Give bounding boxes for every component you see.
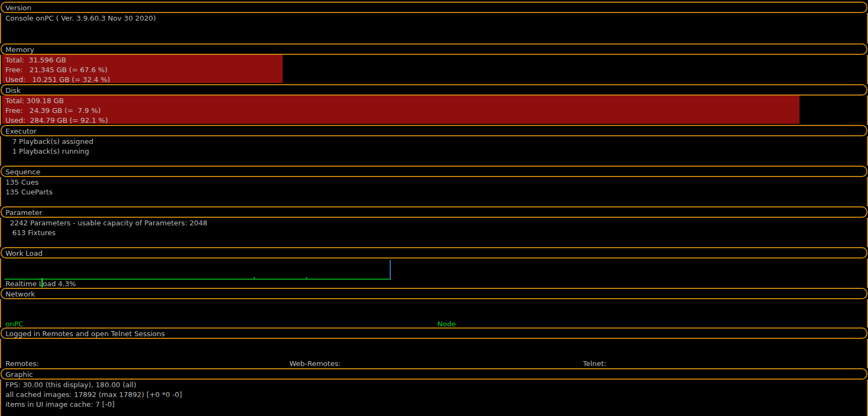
section-version-body: Console onPC ( Ver. 3.9.60.3 Nov 30 2020… [0,13,868,43]
parameter-fixtures: 613 Fixtures [1,228,867,238]
section-workload: Work Load Realtime Load 4.3% [0,247,868,288]
section-network-header: Network [1,288,867,299]
section-graphic-body: FPS: 30.00 (this display), 180.00 (all) … [0,380,868,416]
section-executor: Executor 7 Playback(s) assigned 1 Playba… [0,125,868,166]
workload-cursor-line [390,260,391,280]
graphic-cached-images: all cached images: 17892 (max 17892) [+0… [1,390,867,400]
section-graphic: Graphic FPS: 30.00 (this display), 180.0… [0,368,868,416]
section-version-header: Version [1,2,867,13]
sequence-cues: 135 Cues [1,178,867,187]
graphic-fps: FPS: 30.00 (this display), 180.00 (all) [1,380,867,390]
section-network-body: onPC 1(1) Node 1(1) [0,299,868,327]
network-station-type: Node [438,319,456,327]
workload-graph [1,259,867,280]
web-remotes-label: Web-Remotes: [289,359,340,368]
sequence-cueparts: 135 CueParts [1,187,867,197]
web-remotes-column: Web-Remotes: 0 [289,339,340,368]
workload-position-marker [41,278,43,287]
parameter-count: 2242 Parameters - usable capacity of Par… [1,218,867,228]
section-memory-body: Total: 31.596 GB Free: 21.345 GB (= 67.6… [0,55,868,84]
section-remotes-header: Logged in Remotes and open Telnet Sessio… [1,327,867,339]
workload-realtime-label: Realtime Load 4.3% [1,280,867,288]
memory-free: Free: 21.345 GB (= 67.6 %) [1,65,867,75]
section-parameter-header: Parameter [1,206,867,218]
memory-total: Total: 31.596 GB [1,55,867,65]
section-executor-body: 7 Playback(s) assigned 1 Playback(s) run… [0,136,868,166]
section-network: Network onPC 1(1) Node 1(1) [0,288,868,327]
telnet-label: Telnet: [583,359,606,368]
section-remotes-body: Remotes: 0 Web-Remotes: 0 Telnet: 0 [0,339,868,368]
memory-used: Used: 10.251 GB (= 32.4 %) [1,75,867,84]
section-workload-body: Realtime Load 4.3% [0,259,868,288]
section-sequence-header: Sequence [1,166,867,177]
executor-assigned: 7 Playback(s) assigned [1,137,867,147]
network-station-node: Node 1(1) [438,300,456,327]
section-parameter: Parameter 2242 Parameters - usable capac… [0,206,868,247]
section-sequence-body: 135 Cues 135 CueParts [0,177,868,206]
section-executor-header: Executor [1,125,867,136]
network-station-onpc: onPC 1(1) [5,300,23,327]
executor-running: 1 Playback(s) running [1,147,867,156]
section-disk-header: Disk [1,84,867,96]
remotes-column: Remotes: 0 [5,339,39,368]
section-parameter-body: 2242 Parameters - usable capacity of Par… [0,218,868,247]
remotes-label: Remotes: [5,359,39,368]
section-workload-header: Work Load [1,247,867,259]
section-sequence: Sequence 135 Cues 135 CueParts [0,166,868,206]
section-disk-body: Total: 309.18 GB Free: 24.39 GB (= 7.9 %… [0,96,868,125]
section-version: Version Console onPC ( Ver. 3.9.60.3 Nov… [0,2,868,43]
disk-total: Total: 309.18 GB [1,96,867,106]
network-station-type: onPC [5,319,23,327]
section-disk: Disk Total: 309.18 GB Free: 24.39 GB (= … [0,84,868,125]
telnet-column: Telnet: 0 [583,339,606,368]
workload-uptick-0 [254,277,255,279]
graphic-ui-image-cache: items in UI image cache: 7 [-0] [1,400,867,409]
section-remotes: Logged in Remotes and open Telnet Sessio… [0,327,868,368]
workload-uptick-1 [306,277,307,279]
system-info-window: Version Console onPC ( Ver. 3.9.60.3 Nov… [0,0,868,416]
disk-used: Used: 284.79 GB (= 92.1 %) [1,116,867,125]
disk-free: Free: 24.39 GB (= 7.9 %) [1,106,867,116]
section-memory: Memory Total: 31.596 GB Free: 21.345 GB … [0,43,868,84]
version-text: Console onPC ( Ver. 3.9.60.3 Nov 30 2020… [1,14,867,23]
section-graphic-header: Graphic [1,368,867,380]
section-memory-header: Memory [1,43,867,55]
